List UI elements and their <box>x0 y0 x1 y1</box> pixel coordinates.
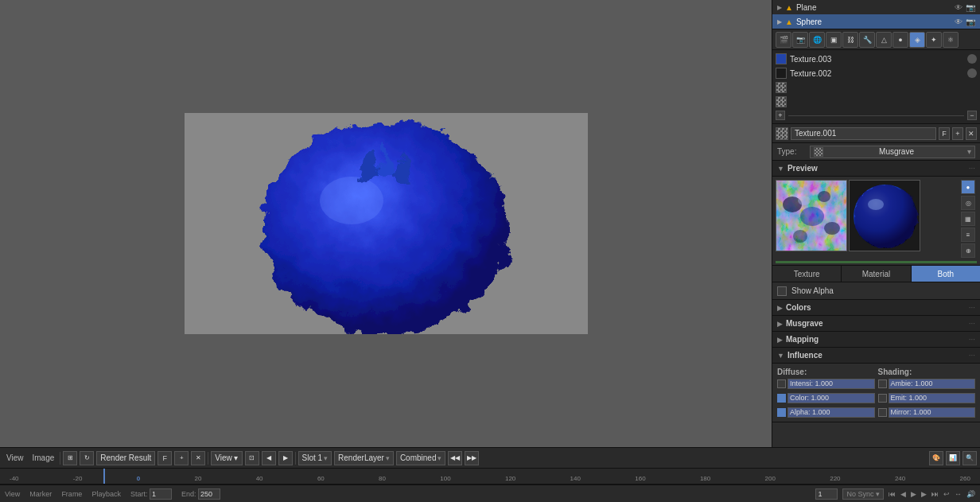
tex-swatch-c2 <box>776 96 787 107</box>
mirror-checkbox[interactable] <box>878 408 887 417</box>
emit-slider[interactable]: Emit: 1.000 <box>889 393 976 403</box>
toolbar-btn-constraint[interactable]: ⛓ <box>842 32 858 48</box>
influence-header[interactable]: ▼ Influence ··· <box>772 348 980 364</box>
preview-ctrl-3[interactable]: ▦ <box>961 212 975 226</box>
toolbar-btn-data[interactable]: △ <box>876 32 892 48</box>
type-select[interactable]: Musgrave ▾ <box>810 146 975 158</box>
no-sync-label[interactable]: No Sync ▾ <box>842 488 884 500</box>
scene-row-plane[interactable]: ▶ ▲ Plane 👁 📷 <box>772 0 980 14</box>
ctrl-bounce[interactable]: ↔ <box>955 490 962 498</box>
show-alpha-checkbox[interactable] <box>777 286 787 296</box>
ctrl-prev[interactable]: ◀ <box>900 490 906 498</box>
texture-name-input[interactable] <box>791 127 936 140</box>
zoom-btn[interactable]: ⊡ <box>245 451 259 465</box>
intensi-slider[interactable]: Intensi: 1.000 <box>788 379 875 389</box>
tb-r3[interactable]: 🔍 <box>962 451 977 465</box>
status-view[interactable]: View <box>5 490 20 498</box>
toolbar-btn-object[interactable]: ▣ <box>826 32 842 48</box>
tb-icon1[interactable]: ⊞ <box>63 451 77 465</box>
play-prev[interactable]: ◀◀ <box>448 451 462 465</box>
start-frame-input[interactable] <box>150 488 172 500</box>
musgrave-arrow: ▶ <box>777 320 783 328</box>
render-result-dropdown[interactable]: Render Result <box>96 451 155 465</box>
tb-r2[interactable]: 📊 <box>946 451 960 465</box>
texture-row-checker1[interactable] <box>772 80 980 95</box>
preview-ctrl-1[interactable]: ● <box>961 180 975 194</box>
musgrave-header[interactable]: ▶ Musgrave ··· <box>772 316 980 332</box>
influence-columns: Diffuse: Intensi: 1.000 <box>777 367 975 418</box>
tex-swatch-003 <box>776 53 787 64</box>
f-btn[interactable]: F <box>158 451 172 465</box>
color-checkbox[interactable] <box>777 394 786 403</box>
toolbar-btn-modifier[interactable]: 🔧 <box>859 32 875 48</box>
sphere-render-icon[interactable]: 📷 <box>966 18 975 26</box>
renderlayer-dropdown[interactable]: RenderLayer ▾ <box>334 451 394 465</box>
tex-eye-002[interactable] <box>967 68 977 78</box>
colors-header[interactable]: ▶ Colors ··· <box>772 300 980 316</box>
ctrl-next[interactable]: ▶ <box>921 490 927 498</box>
toolbar-view-label[interactable]: View <box>3 453 27 462</box>
toolbar-btn-render[interactable]: 🎬 <box>776 32 791 48</box>
tex-x-btn[interactable]: ✕ <box>966 127 977 140</box>
sphere-eye-icon[interactable]: 👁 <box>955 18 962 26</box>
ctrl-play[interactable]: ▶ <box>911 490 916 498</box>
scene-row-sphere[interactable]: ▶ ▲ Sphere 👁 📷 <box>772 14 980 29</box>
texture-row-003[interactable]: Texture.003 <box>772 52 980 66</box>
plane-eye-icon[interactable]: 👁 <box>955 3 962 12</box>
tb-r1[interactable]: 🎨 <box>929 451 943 465</box>
plane-render-icon[interactable]: 📷 <box>966 3 975 12</box>
color-label: Color: 1.000 <box>788 394 829 402</box>
alpha-checkbox[interactable] <box>777 408 786 417</box>
combined-dropdown[interactable]: Combined ▾ <box>396 451 446 465</box>
slot-dropdown[interactable]: Slot 1 ▾ <box>298 451 332 465</box>
preview-ctrl-5[interactable]: ⊕ <box>961 243 975 258</box>
status-playback[interactable]: Playback <box>91 490 121 498</box>
ambie-checkbox[interactable] <box>878 379 887 388</box>
emit-checkbox[interactable] <box>878 394 887 403</box>
tex-plus-btn[interactable]: + <box>952 127 963 140</box>
preview-header[interactable]: ▼ Preview ··· <box>772 161 980 177</box>
sep1 <box>60 452 60 465</box>
frame-current-input[interactable] <box>815 488 838 500</box>
tex-f-btn[interactable]: F <box>939 127 950 140</box>
ctrl-audio[interactable]: 🔊 <box>966 490 975 498</box>
toolbar-btn-scene[interactable]: 📷 <box>792 32 808 48</box>
mirror-slider[interactable]: Mirror: 1.000 <box>889 407 976 418</box>
ctrl-loop[interactable]: ↩ <box>943 490 950 498</box>
play-next[interactable]: ▶▶ <box>465 451 479 465</box>
texture-row-002[interactable]: Texture.002 <box>772 66 980 80</box>
tex-eye-003[interactable] <box>967 54 977 64</box>
preview-section: ▼ Preview ··· <box>772 161 980 300</box>
ctrl-end[interactable]: ⏭ <box>931 490 939 498</box>
view-dropdown[interactable]: View ▾ <box>211 451 242 465</box>
ctrl-start[interactable]: ⏮ <box>889 490 896 498</box>
preview-ctrl-2[interactable]: ◎ <box>961 196 975 210</box>
nav-next[interactable]: ▶ <box>278 451 293 465</box>
preview-ctrl-4[interactable]: ≡ <box>961 228 975 242</box>
intensi-checkbox[interactable] <box>777 379 786 388</box>
color-slider[interactable]: Color: 1.000 <box>788 393 875 403</box>
nav-prev[interactable]: ◀ <box>262 451 276 465</box>
alpha-slider[interactable]: Alpha: 1.000 <box>788 407 875 418</box>
tab-material[interactable]: Material <box>842 266 911 282</box>
mapping-header[interactable]: ▶ Mapping ··· <box>772 332 980 348</box>
toolbar-btn-texture[interactable]: ◈ <box>909 32 925 48</box>
tab-texture[interactable]: Texture <box>772 266 842 282</box>
toolbar-image-label[interactable]: Image <box>29 453 58 462</box>
toolbar-btn-physics[interactable]: ⚛ <box>943 32 959 48</box>
toolbar-btn-particles[interactable]: ✦ <box>926 32 942 48</box>
tb-icon2[interactable]: ↻ <box>80 451 94 465</box>
status-frame[interactable]: Frame <box>61 490 82 498</box>
ambie-slider[interactable]: Ambie: 1.000 <box>889 379 976 389</box>
tb-icon4[interactable]: ✕ <box>191 451 205 465</box>
toolbar-btn-material[interactable]: ● <box>892 32 908 48</box>
end-frame-input[interactable] <box>198 488 220 500</box>
texture-row-checker2[interactable] <box>772 95 980 109</box>
status-marker[interactable]: Marker <box>29 490 52 498</box>
add-texture-btn[interactable]: + <box>776 111 785 120</box>
toolbar-btn-world[interactable]: 🌐 <box>809 32 825 48</box>
texture-panel-scroll[interactable]: ▼ Preview ··· <box>772 161 980 447</box>
tb-icon3[interactable]: + <box>174 451 189 465</box>
tab-both[interactable]: Both <box>912 266 980 282</box>
remove-texture-btn[interactable]: − <box>967 111 977 120</box>
